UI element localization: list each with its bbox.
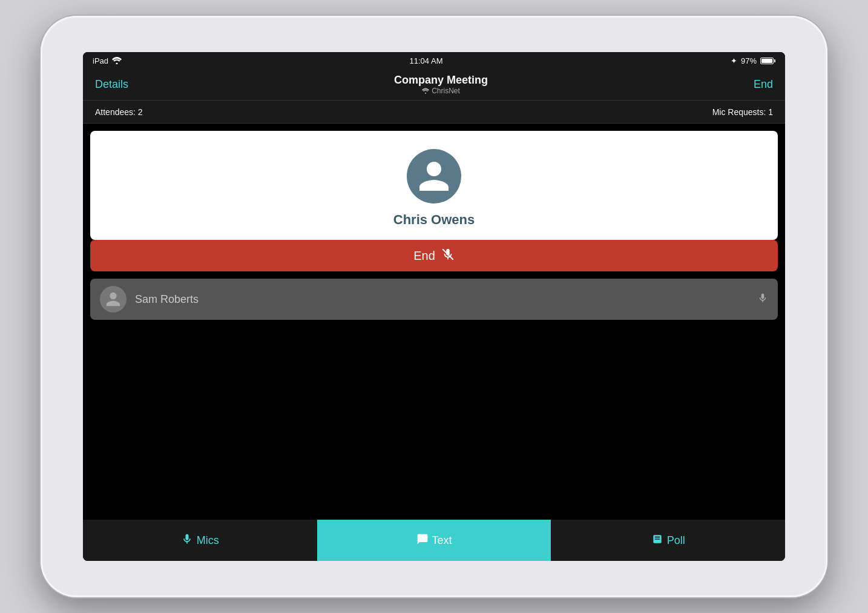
attendee-avatar <box>100 286 127 313</box>
end-nav-button[interactable]: End <box>754 78 773 91</box>
info-bar: Attendees: 2 Mic Requests: 1 <box>83 101 785 124</box>
tab-mics[interactable]: Mics <box>83 520 317 561</box>
wifi-icon <box>112 57 122 64</box>
empty-space <box>83 320 785 520</box>
tab-bar: Mics Text <box>83 520 785 561</box>
battery-icon <box>760 58 775 64</box>
tab-text-content: Text <box>416 533 452 548</box>
poll-icon <box>651 533 663 548</box>
text-label: Text <box>432 534 452 547</box>
svg-point-0 <box>116 63 118 65</box>
mics-label: Mics <box>197 534 219 547</box>
bluetooth-icon: ✦ <box>731 56 737 65</box>
attendees-list: Sam Roberts <box>90 279 778 320</box>
text-icon <box>416 533 429 548</box>
network-subtitle: ChrisNet <box>394 87 488 95</box>
status-right: ✦ 97% <box>731 56 775 65</box>
end-call-button[interactable]: End <box>90 240 778 271</box>
ipad-screen: iPad 11:04 AM ✦ 97% <box>83 52 785 561</box>
ipad-frame: iPad 11:04 AM ✦ 97% <box>41 16 827 597</box>
end-button-label: End <box>413 249 435 263</box>
meeting-title: Company Meeting <box>394 74 488 87</box>
mic-requests-count: Mic Requests: 1 <box>712 107 773 117</box>
poll-label: Poll <box>667 534 685 547</box>
details-button[interactable]: Details <box>95 78 128 91</box>
attendee-name: Sam Roberts <box>135 293 749 306</box>
attendee-row: Sam Roberts <box>90 279 778 320</box>
nav-center: Company Meeting ChrisNet <box>394 74 488 95</box>
battery-percent: 97% <box>741 56 757 65</box>
device-label: iPad <box>93 56 108 65</box>
tab-poll-content: Poll <box>651 533 685 548</box>
mic-slash-icon <box>441 248 455 264</box>
attendee-mic-icon <box>757 293 768 306</box>
nav-bar: Details Company Meeting ChrisNet End <box>83 69 785 101</box>
mics-icon <box>181 533 193 548</box>
tab-mics-content: Mics <box>181 533 219 548</box>
active-speaker-avatar <box>407 149 461 204</box>
network-name: ChrisNet <box>432 87 460 95</box>
main-content: Chris Owens End <box>83 124 785 561</box>
status-left: iPad <box>93 56 122 65</box>
active-speaker-name: Chris Owens <box>393 212 475 228</box>
status-time: 11:04 AM <box>410 56 443 65</box>
active-speaker-card: Chris Owens <box>90 131 778 240</box>
tab-text[interactable]: Text <box>317 520 551 561</box>
attendees-count: Attendees: 2 <box>95 107 143 117</box>
status-bar: iPad 11:04 AM ✦ 97% <box>83 52 785 69</box>
svg-point-1 <box>425 93 426 94</box>
tab-poll[interactable]: Poll <box>551 520 785 561</box>
